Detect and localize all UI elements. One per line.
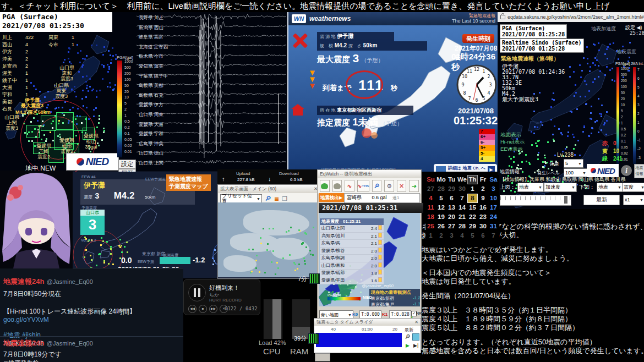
wn-depth: 50km bbox=[363, 42, 378, 48]
browser-url-bar[interactable]: eqdata.sakura.ne.jp/kyoshin/ws/2moni/2se… bbox=[498, 12, 644, 22]
eew-location: 東京都 新宿 bbox=[142, 251, 165, 257]
wn-link-url: weathernews.jp/quake/ bbox=[448, 171, 485, 172]
play-icon[interactable]: ▶ bbox=[488, 166, 495, 172]
level-bar-icon bbox=[378, 255, 382, 260]
lower-map-label: 下図： bbox=[579, 184, 595, 191]
tweet-feed: 地震速報24h @Jasmine_Eq00 7月8日0時50分現在 【Hi-ne… bbox=[0, 268, 183, 362]
slider-handle[interactable] bbox=[564, 196, 567, 204]
zoom-window-title: 拡大表示画面 - メイン (60) bbox=[220, 185, 276, 193]
search-icon[interactable]: 🔎︎ bbox=[372, 180, 382, 192]
eew-report-tag: EEW #4 bbox=[81, 175, 96, 179]
network-meter: ↑ Upload 227.8 kB ↓ Download 6.5 kB bbox=[217, 169, 319, 184]
eqwatch-map: 地表震度 - 01:25:31 山口県/上関2.4高知県/池川2.1広島県/呉2… bbox=[319, 213, 420, 306]
kyoshin-title-box: PGA (Surface) 2021/07/08 01:25:30 bbox=[0, 12, 112, 32]
tweet-author[interactable]: 地震速報24h bbox=[3, 277, 44, 286]
weathernews-logo-icon: WN bbox=[292, 14, 306, 23]
wn-link-text: 詳細は 地震 Ch. へ bbox=[448, 165, 485, 171]
tweet-link[interactable]: goo.gl/oYVXvM bbox=[3, 316, 136, 324]
waveform-mini-icon bbox=[309, 273, 320, 284]
zoom-window-titlebar[interactable]: 拡大表示画面 - メイン (60) ✕ bbox=[218, 185, 320, 193]
wn-clock-time: 01:25:32 bbox=[454, 114, 498, 127]
nied-mark-icon bbox=[77, 158, 84, 166]
svg-text:4: 4 bbox=[487, 91, 490, 96]
speed-select[interactable]: x1▼ bbox=[623, 195, 644, 205]
eqwatch-toolbar: ∿ ∿TYPE 🔎︎ ⚙︎ ✕ ➔ bbox=[318, 178, 421, 194]
tweet-2[interactable]: 地震速報24h @Jasmine_Eq00 7月8日0時19分です ◎地震発生前… bbox=[3, 338, 138, 362]
k0-field[interactable]: T:0.000 bbox=[359, 310, 381, 319]
wn-quake-channel-badge[interactable]: 詳細は 地震 Ch. へ weathernews.jp/quake/ ▶ bbox=[434, 164, 497, 172]
tweet-1[interactable]: 地震速報24h @Jasmine_Eq00 7月8日0時50分現在 【Hi-ne… bbox=[3, 276, 136, 348]
track-label: HURT RECORD bbox=[209, 298, 242, 303]
tweet-handle[interactable]: @Jasmine_Eq00 bbox=[47, 278, 93, 285]
arrival-arrows-icon: ▼▼▼ bbox=[308, 69, 317, 89]
eew-obs-value: -1.2 bbox=[193, 256, 205, 264]
k1-field[interactable]: T:0.028 bbox=[389, 310, 411, 319]
epicenter-blob bbox=[362, 128, 372, 138]
level-bar-icon bbox=[378, 240, 382, 245]
cascade-icon[interactable]: ❐ bbox=[282, 195, 287, 202]
eqwatch-face-gray-icon[interactable] bbox=[332, 180, 342, 192]
preset-select[interactable]: プリセット位置▼ bbox=[220, 194, 262, 203]
info-icon[interactable]: i bbox=[621, 165, 632, 176]
zoom-out-icon[interactable]: 🔎︎ bbox=[405, 333, 411, 340]
nied-logo: NIED bbox=[66, 153, 119, 171]
wn-est-int: 1未満 bbox=[352, 117, 378, 128]
eqwatch-face-green-icon[interactable] bbox=[320, 180, 330, 192]
lower-layer-select[interactable]: 地表▼ bbox=[597, 183, 623, 192]
svg-text:11: 11 bbox=[467, 69, 472, 74]
wn-magnitude: M4.2 bbox=[335, 42, 347, 48]
corner-icon[interactable] bbox=[412, 333, 419, 341]
svg-text:9: 9 bbox=[461, 83, 464, 87]
monitor-menu[interactable]: 地図表示Hi-net表示EEW表示 bbox=[500, 131, 525, 152]
next-icon[interactable]: ▶▶ bbox=[209, 305, 217, 313]
skip-end-icon[interactable]: ▶| bbox=[413, 343, 418, 348]
gear-icon[interactable]: ⚙︎ bbox=[384, 180, 394, 192]
track-counter: 0122 / 0432 bbox=[225, 306, 258, 311]
monitor-lv: Lv 238 bbox=[557, 152, 574, 158]
wn-maxint-row: 最大震度 3 （予想） bbox=[317, 52, 384, 65]
level-bar-icon bbox=[378, 277, 382, 282]
count-green: 緑 241 bbox=[602, 155, 623, 163]
eqwatch-intensity-list: 地表震度 - 01:25:31 山口県/上関2.4高知県/池川2.1広島県/呉2… bbox=[320, 218, 384, 284]
calendar-cells: 2728293012345678910111213141516171819202… bbox=[425, 184, 499, 240]
map-label-tobe: 愛媛県 砥部 震度2 bbox=[59, 138, 74, 154]
stop-icon[interactable]: ■ bbox=[199, 305, 207, 313]
upper-layer-select[interactable]: 地表▼ bbox=[517, 183, 544, 192]
settings-button[interactable]: 設定 bbox=[118, 160, 136, 169]
lower-kind-select[interactable]: 震度▼ bbox=[622, 183, 644, 192]
svg-text:3: 3 bbox=[489, 83, 492, 87]
weathernews-eew-panel: WN weathernews 緊急地震速報 The Last 10 second… bbox=[287, 12, 499, 172]
latest-button[interactable]: 最新 bbox=[583, 195, 620, 205]
close-red-icon[interactable]: ✕ bbox=[397, 180, 407, 192]
monitor-time-short: 25:28 bbox=[630, 30, 644, 36]
wave-icon[interactable]: ∿ bbox=[345, 180, 354, 192]
kyoshin-title: PGA (Surface) bbox=[2, 13, 110, 21]
eew-pred-box: 山口県 3 bbox=[80, 210, 105, 235]
map-label-epicenter: 伊予灘 最大震度3 bbox=[21, 97, 43, 108]
go-arrow-icon[interactable]: ➔ bbox=[409, 180, 419, 192]
wave-type-icon[interactable]: ∿TYPE bbox=[357, 180, 369, 192]
upload-arrow-icon: ↑ bbox=[222, 175, 225, 182]
eqwatch-titlebar[interactable]: EqWatch -- 微弱地震検出 bbox=[318, 170, 421, 178]
time-slider-window: 強震モニタ タイム スライダ✕ 40 01:00 20 最新 🔎︎ ▶ ▶| bbox=[314, 318, 421, 353]
list-icon[interactable]: ≣ bbox=[274, 195, 279, 202]
pause-icon[interactable] bbox=[188, 284, 206, 301]
monitor-scale-gal-ticks: 10005002001005020105210.50.20.10.050.020… bbox=[621, 65, 629, 162]
map-label-magnitude: M4.2 深さ50km bbox=[15, 109, 51, 115]
close-icon[interactable]: ✕ bbox=[414, 319, 418, 326]
slider-titlebar[interactable]: 強震モニタ タイム スライダ✕ bbox=[314, 319, 421, 326]
eew-local-pred-label: EEW予測 bbox=[138, 259, 154, 265]
tick-40: 40 bbox=[331, 327, 336, 332]
slider-bar[interactable] bbox=[316, 333, 402, 347]
upper-kind-select[interactable]: 加速度▼ bbox=[544, 183, 577, 192]
eqwatch-list-title: 地表震度 - 01:25:31 bbox=[320, 218, 384, 225]
play-icon[interactable]: ▶ bbox=[406, 343, 410, 348]
volume-select[interactable]: 5▼ bbox=[564, 159, 583, 168]
monitor-box-pga: PGA (Surface)2021/07/08 01:25:28 bbox=[500, 24, 567, 39]
speaker-icon[interactable]: ◀) bbox=[637, 25, 642, 30]
svg-text:2: 2 bbox=[487, 74, 490, 79]
time-slider-monitor[interactable] bbox=[500, 195, 571, 206]
detect-count: 連1 bbox=[388, 195, 399, 200]
magnifier-icon[interactable]: 🔎︎ bbox=[265, 195, 271, 202]
prev-icon[interactable]: ◀◀ bbox=[188, 305, 197, 313]
